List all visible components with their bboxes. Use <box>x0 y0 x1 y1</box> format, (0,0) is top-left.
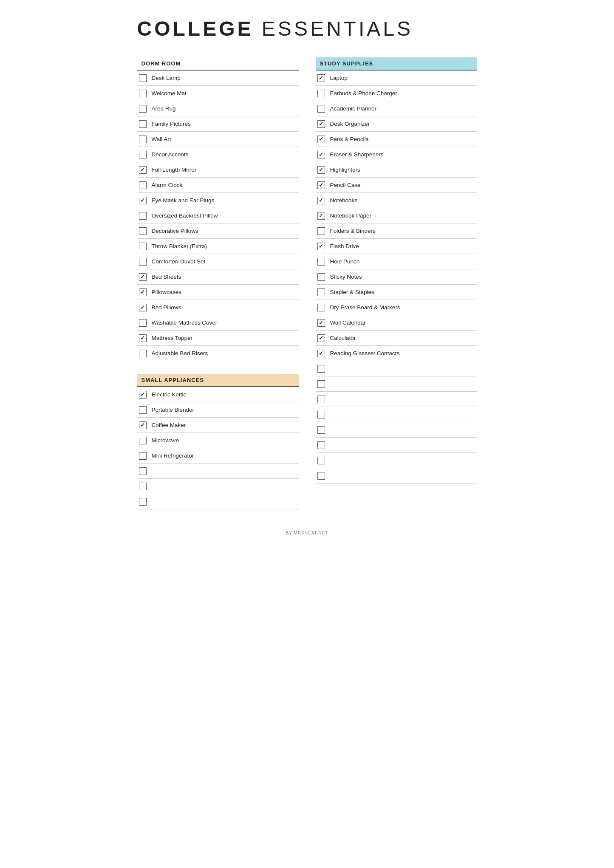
checkbox[interactable] <box>317 181 325 189</box>
list-item[interactable]: Desk Organizer <box>316 116 477 132</box>
list-item[interactable]: Area Rug <box>137 101 299 116</box>
checkbox[interactable] <box>317 166 325 174</box>
checkbox-empty[interactable] <box>317 441 325 449</box>
checkbox-empty[interactable] <box>317 426 325 434</box>
list-item[interactable]: Academic Planner <box>316 101 477 116</box>
checkbox-empty[interactable] <box>139 498 147 506</box>
checkbox-empty[interactable] <box>317 411 325 418</box>
checkbox[interactable] <box>139 136 147 143</box>
checkbox[interactable] <box>317 136 325 143</box>
checkbox-empty[interactable] <box>317 380 325 388</box>
checkbox[interactable] <box>139 421 147 429</box>
list-item[interactable]: Notebooks <box>316 193 477 208</box>
list-item[interactable]: Wall Calendar <box>316 315 477 331</box>
checkbox[interactable] <box>317 350 325 357</box>
checkbox[interactable] <box>317 90 325 97</box>
checkbox[interactable] <box>139 319 147 327</box>
checkbox[interactable] <box>139 406 147 414</box>
list-item[interactable]: Folders & Binders <box>316 223 477 239</box>
list-item[interactable]: Flash Drive <box>316 239 477 254</box>
list-item[interactable]: Pillowcases <box>137 285 299 300</box>
list-item[interactable]: Mini Refrigerator <box>137 448 299 464</box>
list-item[interactable]: Microwave <box>137 433 299 448</box>
checkbox[interactable] <box>317 212 325 220</box>
checkbox[interactable] <box>139 391 147 399</box>
checkbox[interactable] <box>317 197 325 204</box>
checkbox[interactable] <box>139 227 147 235</box>
checkbox[interactable] <box>317 273 325 281</box>
checkbox[interactable] <box>139 437 147 444</box>
checkbox-empty[interactable] <box>317 457 325 464</box>
checkbox[interactable] <box>317 243 325 250</box>
checkbox[interactable] <box>139 304 147 311</box>
checkbox[interactable] <box>139 288 147 296</box>
list-item[interactable]: Comforter/ Duvet Set <box>137 254 299 269</box>
checkbox[interactable] <box>139 151 147 158</box>
checkbox[interactable] <box>139 166 147 174</box>
checkbox[interactable] <box>317 288 325 296</box>
list-item[interactable]: Bed Sheets <box>137 269 299 285</box>
list-item[interactable]: Desk Lamp <box>137 71 299 86</box>
checkbox[interactable] <box>139 105 147 113</box>
list-item[interactable]: Dry Erase Board & Markers <box>316 300 477 315</box>
checkbox-empty[interactable] <box>317 396 325 403</box>
list-item[interactable]: Earbuds & Phone Charger <box>316 86 477 101</box>
checkbox[interactable] <box>317 105 325 113</box>
list-item[interactable]: Alarm Clock <box>137 178 299 193</box>
dorm-header: DORM ROOM <box>137 57 299 71</box>
checkbox[interactable] <box>139 120 147 128</box>
list-item[interactable]: Reading Glasses/ Contacts <box>316 346 477 361</box>
checkbox-empty[interactable] <box>317 365 325 373</box>
checkbox-empty[interactable] <box>139 467 147 475</box>
checkbox[interactable] <box>317 319 325 327</box>
list-item[interactable]: Pencil Case <box>316 178 477 193</box>
list-item[interactable]: Sticky Notes <box>316 269 477 285</box>
checkbox[interactable] <box>317 151 325 158</box>
list-item[interactable]: Coffee Maker <box>137 418 299 433</box>
list-item[interactable]: Eraser & Sharpeners <box>316 147 477 162</box>
list-item[interactable]: Adjustable Bed Risers <box>137 346 299 361</box>
empty-row <box>137 479 299 494</box>
list-item[interactable]: Notebook Paper <box>316 208 477 223</box>
list-item[interactable]: Mattress Topper <box>137 331 299 346</box>
checkbox[interactable] <box>317 120 325 128</box>
list-item[interactable]: Stapler & Staples <box>316 285 477 300</box>
checkbox-empty[interactable] <box>139 483 147 490</box>
list-item[interactable]: Throw Blanket (Extra) <box>137 239 299 254</box>
checkbox[interactable] <box>317 304 325 311</box>
list-item[interactable]: Family Pictures <box>137 116 299 132</box>
list-item[interactable]: Calculator <box>316 331 477 346</box>
checkbox-empty[interactable] <box>317 472 325 480</box>
checkbox[interactable] <box>139 181 147 189</box>
checkbox[interactable] <box>139 350 147 357</box>
checkbox[interactable] <box>317 258 325 266</box>
list-item[interactable]: Decorative Pillows <box>137 223 299 239</box>
checkbox[interactable] <box>139 197 147 204</box>
list-item[interactable]: Welcome Mat <box>137 86 299 101</box>
list-item[interactable]: Washable Mattress Cover <box>137 315 299 331</box>
checkbox[interactable] <box>139 334 147 342</box>
checkbox[interactable] <box>139 258 147 266</box>
list-item[interactable]: Portable Blender <box>137 402 299 418</box>
list-item[interactable]: Full Length Mirror <box>137 162 299 178</box>
checkbox[interactable] <box>317 227 325 235</box>
list-item[interactable]: Electric Kettle <box>137 387 299 402</box>
checkbox[interactable] <box>139 243 147 250</box>
list-item[interactable]: Hole Punch <box>316 254 477 269</box>
list-item[interactable]: Highlighters <box>316 162 477 178</box>
list-item[interactable]: Décor Accents <box>137 147 299 162</box>
list-item[interactable]: Eye Mask and Ear Plugs <box>137 193 299 208</box>
list-item[interactable]: Wall Art <box>137 132 299 147</box>
list-item[interactable]: Bed Pillows <box>137 300 299 315</box>
list-item[interactable]: Laptop <box>316 71 477 86</box>
item-label: Family Pictures <box>152 121 191 127</box>
checkbox[interactable] <box>139 212 147 220</box>
checkbox[interactable] <box>139 90 147 97</box>
checkbox[interactable] <box>139 273 147 281</box>
checkbox[interactable] <box>317 74 325 82</box>
list-item[interactable]: Oversized Backrest Pillow <box>137 208 299 223</box>
checkbox[interactable] <box>139 452 147 460</box>
checkbox[interactable] <box>317 334 325 342</box>
checkbox[interactable] <box>139 74 147 82</box>
list-item[interactable]: Pens & Pencils <box>316 132 477 147</box>
